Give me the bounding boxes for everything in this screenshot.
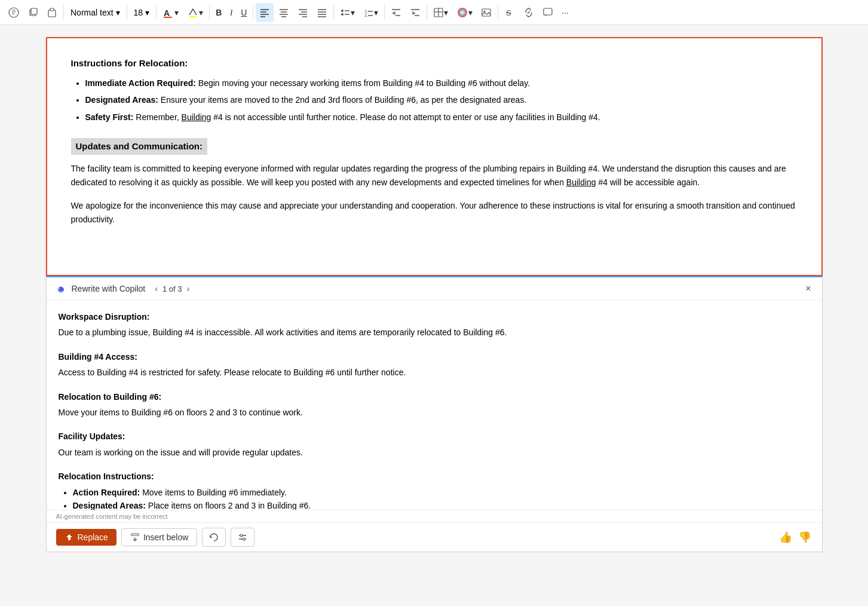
copilot-bullet-b: Designated Areas: Place items on floors … — [73, 499, 810, 510]
copilot-section-access: Building #4 Access: Access to Building #… — [59, 350, 810, 379]
copilot-header: Rewrite with Copilot ‹ 1 of 3 › × — [47, 277, 822, 301]
align-center-button[interactable] — [275, 3, 293, 22]
thumbs-down-button[interactable]: 👎 — [797, 530, 812, 545]
copilot-next-button[interactable]: › — [184, 283, 192, 295]
font-style-dropdown[interactable]: Normal text ▾ — [66, 3, 124, 22]
copilot-section4-body: Our team is working on the issue and wil… — [59, 446, 810, 459]
bullet3-text-part2: #4 is not accessible until further notic… — [211, 112, 600, 122]
italic-button[interactable]: I — [226, 3, 236, 22]
copilot-instructions-bullets: Action Required: Move items to Building … — [73, 486, 810, 510]
section1-heading: Instructions for Relocation: — [71, 56, 798, 71]
copilot-prev-button[interactable]: ‹ — [152, 283, 160, 295]
copilot-page-indicator: 1 of 3 — [162, 284, 182, 293]
numbering-button[interactable]: 1.2. ▾ — [360, 3, 382, 22]
copy-icon[interactable] — [24, 3, 42, 22]
section2-heading: Updates and Communication: — [71, 138, 208, 155]
paste-icon[interactable] — [43, 3, 61, 22]
svg-rect-2 — [31, 8, 37, 14]
strikethrough-button[interactable]: S — [501, 3, 519, 22]
divider5 — [253, 5, 253, 20]
divider8 — [427, 5, 427, 20]
bullet1-bold: Immediate Action Required: — [85, 78, 196, 88]
divider6 — [333, 5, 334, 20]
bullet2-text: Ensure your items are moved to the 2nd a… — [158, 95, 526, 105]
thumbs-up-button[interactable]: 👍 — [778, 530, 793, 545]
more-options-button[interactable]: ··· — [558, 3, 572, 22]
underline-button[interactable]: U — [237, 3, 250, 22]
copilot-section5-title: Relocation Instructions: — [59, 470, 810, 483]
copilot-section1-title: Workspace Disruption: — [59, 310, 810, 323]
svg-text:S: S — [506, 8, 511, 17]
copilot-logo-icon — [54, 282, 67, 295]
building-link1[interactable]: Building — [182, 112, 211, 122]
copilot-section3-title: Relocation to Building #6: — [59, 390, 810, 403]
svg-text:A: A — [164, 8, 170, 18]
insert-comment-button[interactable] — [539, 3, 557, 22]
justify-button[interactable] — [313, 3, 331, 22]
insert-icon — [130, 532, 140, 542]
toolbar: Normal text ▾ 18 ▾ A▾ ▾ B I U — [0, 0, 868, 25]
paragraph2-text: We apologize for the inconvenience this … — [71, 201, 795, 224]
settings-button[interactable] — [231, 528, 254, 547]
copilot-close-button[interactable]: × — [802, 282, 814, 295]
copilot-disclaimer: AI-generated content may be incorrect — [47, 510, 822, 522]
svg-rect-6 — [164, 17, 172, 18]
regenerate-button[interactable] — [202, 528, 226, 547]
paragraph2: We apologize for the inconvenience this … — [71, 199, 798, 227]
document-wrapper: Instructions for Relocation: Immediate A… — [0, 25, 868, 606]
copilot-section-instructions: Relocation Instructions: Action Required… — [59, 470, 810, 510]
copilot-section1-body: Due to a plumbing issue, Building #4 is … — [59, 326, 810, 339]
font-size-dropdown[interactable]: 18 ▾ — [130, 3, 154, 22]
paragraph1-text-part2: #4 will be accessible again. — [596, 177, 700, 187]
copilot-section2-title: Building #4 Access: — [59, 350, 810, 363]
clipboard-icon[interactable] — [5, 3, 23, 22]
align-right-button[interactable] — [294, 3, 312, 22]
ellipsis-icon: ··· — [562, 8, 569, 17]
svg-text:2.: 2. — [364, 13, 369, 18]
color-picker-button[interactable]: ▾ — [453, 3, 476, 22]
bullet3-text-part1: Remember, — [133, 112, 181, 122]
indent-decrease-button[interactable] — [387, 3, 405, 22]
font-size-value: 18 — [134, 8, 143, 17]
indent-increase-button[interactable] — [406, 3, 424, 22]
bullets-button[interactable]: ▾ — [336, 3, 358, 22]
replace-icon — [65, 532, 74, 542]
svg-rect-3 — [48, 10, 56, 17]
settings-icon — [237, 532, 248, 543]
svg-point-0 — [9, 8, 19, 17]
replace-button[interactable]: Replace — [56, 529, 116, 546]
copilot-navigation: ‹ 1 of 3 › — [152, 283, 192, 295]
bullet3: Safety First: Remember, Building #4 is n… — [85, 111, 798, 124]
svg-rect-4 — [50, 8, 54, 11]
insert-image-button[interactable] — [477, 3, 495, 22]
copilot-section-facility: Facility Updates: Our team is working on… — [59, 430, 810, 459]
svg-point-50 — [243, 538, 245, 540]
divider4 — [209, 5, 210, 20]
copilot-bullet-a-text: Move items to Building #6 immediately. — [140, 488, 287, 497]
insert-below-button[interactable]: Insert below — [121, 528, 197, 546]
align-left-button[interactable] — [256, 3, 274, 22]
svg-point-45 — [57, 287, 59, 289]
copilot-section-relocation: Relocation to Building #6: Move your ite… — [59, 390, 810, 420]
bold-button[interactable]: B — [212, 3, 225, 22]
copilot-footer-actions: Replace Insert below 👍 � — [47, 522, 822, 552]
bullet1-text: Begin moving your necessary working item… — [196, 78, 530, 88]
content-area: Instructions for Relocation: Immediate A… — [0, 25, 868, 606]
building-link2[interactable]: Building — [566, 177, 596, 187]
svg-rect-43 — [544, 8, 552, 15]
insert-table-button[interactable]: ▾ — [430, 3, 452, 22]
text-color-button[interactable]: A▾ — [159, 3, 182, 22]
insert-link-button[interactable] — [520, 3, 538, 22]
paragraph1: The facility team is committed to keepin… — [71, 162, 798, 189]
bullet3-bold: Safety First: — [85, 112, 134, 122]
divider3 — [156, 5, 157, 20]
copilot-title: Rewrite with Copilot — [72, 284, 146, 293]
copilot-body: Workspace Disruption: Due to a plumbing … — [47, 301, 822, 510]
highlight-color-button[interactable]: ▾ — [183, 3, 207, 22]
bullet1: Immediate Action Required: Begin moving … — [85, 76, 798, 90]
section1-bullets: Immediate Action Required: Begin moving … — [85, 76, 798, 124]
copilot-bullet-b-bold: Designated Areas: — [73, 501, 146, 510]
copilot-panel: Rewrite with Copilot ‹ 1 of 3 › × Worksp… — [46, 276, 823, 552]
copilot-section-workspace: Workspace Disruption: Due to a plumbing … — [59, 310, 810, 339]
svg-rect-46 — [131, 534, 139, 535]
